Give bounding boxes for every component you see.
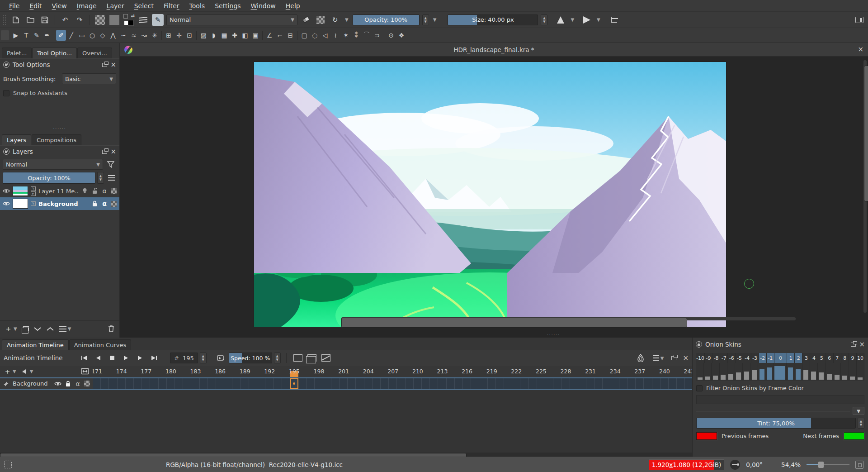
timeline-horizontal-scrollbar[interactable] xyxy=(0,453,692,457)
zoom-fit-timeline-button[interactable] xyxy=(81,368,89,375)
opacity-slider[interactable]: Opacity: 100% xyxy=(353,14,420,25)
new-document-button[interactable] xyxy=(10,14,22,26)
tab-palette[interactable]: Palet... xyxy=(2,48,32,58)
frame-spinner[interactable]: ▲▼ xyxy=(200,353,207,363)
layer-opacity-spinner[interactable]: ▲▼ xyxy=(97,172,104,184)
menu-settings[interactable]: Settings xyxy=(210,1,245,11)
add-layer-button[interactable]: ＋▼ xyxy=(5,324,19,334)
size-spinner[interactable]: ▲▼ xyxy=(541,14,547,25)
tab-animation-curves[interactable]: Animation Curves xyxy=(69,339,132,350)
transform-tool[interactable]: ⊞ xyxy=(164,30,174,41)
track-frames-area[interactable] xyxy=(93,378,692,389)
filter-onion-skins-checkbox[interactable] xyxy=(696,385,703,391)
layer-options-menu-button[interactable] xyxy=(106,177,117,178)
gradient-tool[interactable]: ▨ xyxy=(198,30,208,41)
docker-lock-icon[interactable] xyxy=(696,341,702,348)
onion-frame-7[interactable]: 7 xyxy=(834,353,841,363)
onion-bar-cell-5[interactable] xyxy=(818,363,826,380)
onion-bar-cell-2[interactable] xyxy=(794,363,802,380)
menu-filter[interactable]: Filter xyxy=(159,1,184,11)
create-duplicate-frame-button[interactable] xyxy=(306,353,318,363)
chevron-down-icon[interactable]: ▼ xyxy=(569,17,576,22)
bottom-splitter-handle[interactable]: ······ xyxy=(547,332,560,337)
onion-bar-cell--3[interactable] xyxy=(750,363,758,380)
delete-keyframe-button[interactable] xyxy=(320,353,332,363)
onion-frame-5[interactable]: 5 xyxy=(818,353,826,363)
onion-frame-10[interactable]: 10 xyxy=(857,353,864,363)
menu-file[interactable]: File xyxy=(5,1,24,11)
skip-to-start-button[interactable] xyxy=(78,353,90,363)
auto-frame-mode-icon[interactable] xyxy=(215,353,227,363)
close-docker-icon[interactable]: × xyxy=(683,355,689,362)
rectangular-selection-tool[interactable]: ▢ xyxy=(299,30,309,41)
chevron-down-icon[interactable]: ▼ xyxy=(595,17,602,22)
onion-bar-cell--2[interactable] xyxy=(758,363,766,380)
onion-bar-7[interactable] xyxy=(835,375,840,380)
pattern-swatch-button[interactable] xyxy=(108,14,120,26)
onion-bar--2[interactable] xyxy=(760,369,764,380)
create-blank-frame-button[interactable] xyxy=(292,353,304,363)
inherit-alpha-checker-icon[interactable] xyxy=(111,188,117,194)
layer-name[interactable]: Background xyxy=(38,200,88,207)
move-layer-down-button[interactable] xyxy=(33,327,42,331)
reload-preset-button[interactable]: ↻ xyxy=(329,14,341,26)
inherit-alpha-checker-icon[interactable] xyxy=(84,381,90,386)
onion-frame--3[interactable]: -3 xyxy=(751,353,759,363)
timeline-menu-button[interactable]: ▼ xyxy=(653,353,665,363)
layer-visible-eye-icon[interactable] xyxy=(3,201,10,206)
pattern-editing-tool[interactable]: ▦ xyxy=(219,30,229,41)
onion-frame--7[interactable]: -7 xyxy=(720,353,728,363)
trim-to-image-button[interactable] xyxy=(608,14,620,26)
enclose-and-fill-tool[interactable]: ▣ xyxy=(250,30,260,41)
reference-images-tool[interactable]: ⊟ xyxy=(285,30,295,41)
bezier-curve-tool[interactable]: ~ xyxy=(118,30,128,41)
previous-frame-button[interactable] xyxy=(92,353,104,363)
pin-to-timeline-icon[interactable] xyxy=(3,381,10,387)
polyline-tool[interactable]: ⋀ xyxy=(108,30,118,41)
previous-frames-color-swatch[interactable] xyxy=(696,432,717,440)
onion-bar-4[interactable] xyxy=(811,372,816,380)
onion-frame--4[interactable]: -4 xyxy=(743,353,751,363)
freehand-path-tool[interactable]: ≈ xyxy=(129,30,139,41)
pan-tool[interactable]: ❖ xyxy=(396,30,406,41)
timeline-empty-area[interactable] xyxy=(0,390,692,453)
chevron-down-icon[interactable]: ▼ xyxy=(344,17,350,22)
canvas-painting[interactable] xyxy=(254,62,726,327)
float-docker-icon[interactable] xyxy=(102,63,107,67)
edit-shapes-tool[interactable]: ✎ xyxy=(32,30,42,41)
onion-bar-10[interactable] xyxy=(858,377,863,380)
onion-bar-cell-4[interactable] xyxy=(810,363,818,380)
similar-color-selection-tool[interactable]: ⁑ xyxy=(351,30,361,41)
layer-row-background[interactable]: ↰ Background α xyxy=(0,197,119,210)
close-document-icon[interactable]: × xyxy=(858,46,863,53)
zoom-tool[interactable]: ⊙ xyxy=(386,30,396,41)
onion-bar-cell--5[interactable] xyxy=(735,363,743,380)
onion-frame--5[interactable]: -5 xyxy=(736,353,743,363)
layer-filter-button[interactable] xyxy=(105,158,117,170)
stop-button[interactable] xyxy=(106,353,118,363)
onion-frame-3[interactable]: 3 xyxy=(802,353,810,363)
onion-frame-9[interactable]: 9 xyxy=(849,353,857,363)
onion-bar-8[interactable] xyxy=(842,376,847,380)
layer-thumbnail[interactable] xyxy=(13,186,28,196)
tint-spinner[interactable]: ▲▼ xyxy=(858,418,864,429)
onion-bar-0[interactable] xyxy=(774,366,785,380)
menu-edit[interactable]: Edit xyxy=(25,1,46,11)
crop-tool[interactable]: ⊡ xyxy=(184,30,194,41)
onion-frame--2[interactable]: -2 xyxy=(759,353,767,363)
rectangle-tool[interactable]: ▭ xyxy=(77,30,87,41)
onion-bar-cell--10[interactable] xyxy=(696,363,704,380)
calligraphy-tool[interactable]: ✒ xyxy=(42,30,52,41)
snap-to-assistants-checkbox[interactable] xyxy=(3,90,9,96)
dynamic-brush-tool[interactable]: ↝ xyxy=(139,30,149,41)
toolbar-drag-handle[interactable] xyxy=(3,14,6,25)
dock-splitter-handle[interactable]: ······ xyxy=(0,126,119,131)
canvas-only-mode-icon[interactable] xyxy=(855,461,863,469)
foreground-background-colors[interactable]: ⇄ xyxy=(123,14,135,26)
onion-skin-bulb-icon[interactable] xyxy=(81,188,88,194)
lock-closed-icon[interactable] xyxy=(64,381,71,387)
onion-bar--7[interactable] xyxy=(721,375,726,380)
timeline-ruler[interactable]: 1711741771801831861891921951982012042072… xyxy=(93,366,692,377)
audio-options-button[interactable]: ▼ xyxy=(22,368,35,375)
onion-bar--6[interactable] xyxy=(728,374,733,380)
